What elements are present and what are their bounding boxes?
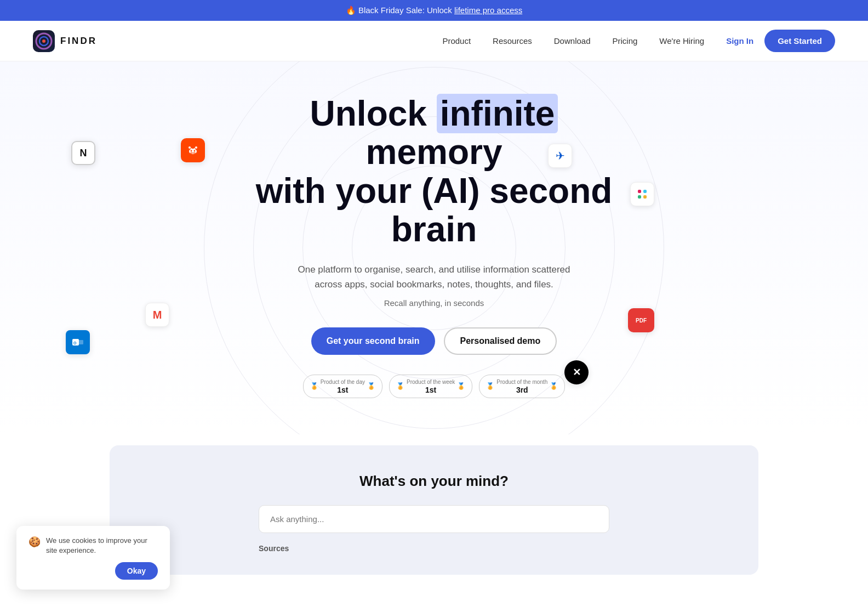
svg-point-5 [191, 150, 192, 152]
pdf-icon: PDF [628, 308, 654, 332]
reddit-icon [181, 138, 205, 162]
svg-point-11 [189, 146, 191, 149]
award-day: 🏅 Product of the day 1st 🏅 [303, 375, 382, 398]
slack-icon [630, 182, 654, 206]
second-section: What's on your mind? Sources [110, 445, 758, 575]
cookie-text-row: 🍪 We use cookies to improve your site ex… [28, 536, 158, 556]
logo-icon [33, 30, 55, 52]
svg-rect-15 [638, 195, 641, 199]
sources-label: Sources [259, 544, 609, 553]
awards-row: 🏅 Product of the day 1st 🏅 🏅 Product of … [242, 375, 626, 398]
nav-item-pricing[interactable]: Pricing [613, 36, 638, 46]
award-month-rank: 3rd [496, 386, 547, 394]
second-section-title: What's on your mind? [142, 473, 726, 490]
svg-point-6 [194, 150, 196, 152]
award-month: 🏅 Product of the month 3rd 🏅 [479, 375, 565, 398]
award-day-label: Product of the day [321, 378, 365, 386]
svg-rect-16 [643, 195, 647, 199]
top-banner: 🔥 Black Friday Sale: Unlock lifetime pro… [0, 0, 868, 21]
hero-title-highlight: infinite [437, 94, 558, 133]
award-week-rank: 1st [407, 386, 455, 394]
nav-item-product[interactable]: Product [442, 36, 471, 46]
personalised-demo-button[interactable]: Personalised demo [444, 327, 557, 355]
navbar: FINDR Product Resources Download Pricing… [0, 21, 868, 61]
hero-title: Unlock infinite memory with your (AI) se… [242, 94, 626, 249]
notion-icon: N [71, 141, 95, 165]
gmail-icon: M [145, 303, 169, 327]
hero-title-line2: with your (AI) second brain [256, 171, 613, 249]
svg-text:O: O [73, 341, 77, 345]
get-second-brain-button[interactable]: Get your second brain [311, 327, 435, 355]
banner-emoji: 🔥 [346, 5, 356, 15]
award-week-label: Product of the week [407, 378, 455, 386]
award-week-left-laurel: 🏅 [396, 382, 404, 390]
award-month-right-laurel: 🏅 [550, 382, 558, 390]
hero-content: Unlock infinite memory with your (AI) se… [242, 94, 626, 398]
svg-point-2 [42, 39, 45, 43]
get-started-button[interactable]: Get Started [764, 30, 835, 52]
award-week: 🏅 Product of the week 1st 🏅 [389, 375, 472, 398]
cookie-banner: 🍪 We use cookies to improve your site ex… [16, 526, 170, 575]
banner-link[interactable]: lifetime pro access [454, 5, 522, 15]
hero-recall: Recall anything, in seconds [242, 298, 626, 308]
award-day-rank: 1st [321, 386, 365, 394]
cookie-emoji: 🍪 [28, 536, 41, 548]
logo-text: FINDR [60, 36, 97, 47]
svg-rect-20 [78, 340, 83, 344]
nav-item-hiring[interactable]: We're Hiring [659, 36, 704, 46]
svg-rect-13 [638, 190, 641, 193]
search-input[interactable] [259, 505, 609, 533]
nav-item-resources[interactable]: Resources [493, 36, 532, 46]
banner-text: Black Friday Sale: Unlock [358, 5, 454, 15]
nav-links: Product Resources Download Pricing We're… [442, 36, 704, 46]
hero-subtitle: One platform to organise, search, and ut… [292, 262, 576, 292]
svg-point-9 [195, 146, 197, 149]
sign-in-button[interactable]: Sign In [726, 36, 753, 46]
award-day-right-laurel: 🏅 [367, 382, 375, 390]
hero-section: N ✈ M O ✕ PDF Unlock infinite memory wit… [0, 61, 868, 434]
hero-buttons: Get your second brain Personalised demo [242, 327, 626, 355]
cookie-text: We use cookies to improve your site expe… [46, 536, 158, 556]
logo[interactable]: FINDR [33, 30, 97, 52]
cookie-okay-button[interactable]: Okay [115, 562, 158, 575]
svg-rect-14 [643, 190, 647, 193]
nav-item-download[interactable]: Download [554, 36, 591, 46]
hero-title-part2: memory [366, 132, 502, 172]
outlook-icon: O [66, 330, 90, 354]
award-month-label: Product of the month [496, 378, 547, 386]
nav-actions: Sign In Get Started [726, 30, 835, 52]
hero-title-part1: Unlock [310, 94, 437, 133]
award-week-right-laurel: 🏅 [457, 382, 465, 390]
award-month-left-laurel: 🏅 [486, 382, 494, 390]
award-day-left-laurel: 🏅 [310, 382, 318, 390]
